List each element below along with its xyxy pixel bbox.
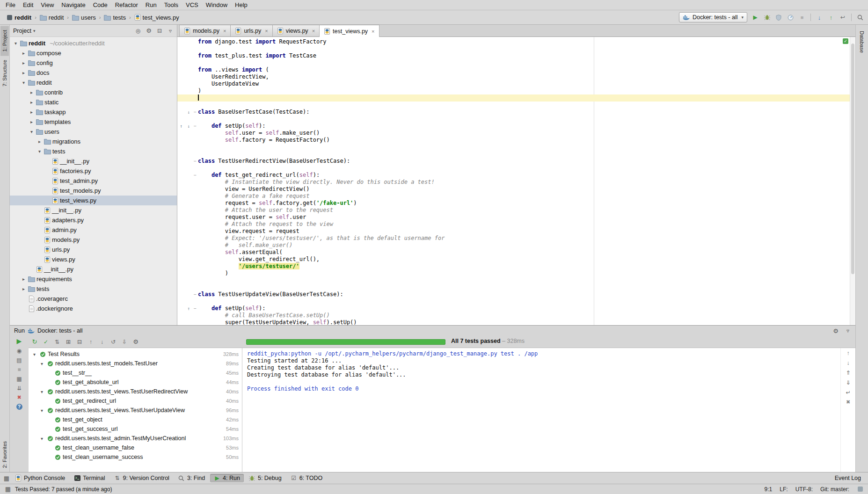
- code-line[interactable]: ↓−class BaseUserTestCase(TestCase):: [177, 109, 855, 116]
- tree-expand-icon[interactable]: ▾: [36, 149, 43, 154]
- overrides-marker-icon[interactable]: ↑: [185, 306, 192, 311]
- collapse-all-icon[interactable]: ⊟: [156, 28, 163, 34]
- test-tree-item-test-clean-username-false[interactable]: test_clean_username_false53ms: [29, 443, 242, 452]
- scroll-bottom-icon[interactable]: ↓: [845, 360, 852, 366]
- code-line[interactable]: # Attach the user to the request: [177, 207, 855, 214]
- project-tree-item-test-views-py[interactable]: test_views.py: [10, 196, 177, 205]
- up-stack-icon[interactable]: ⇑: [845, 370, 852, 376]
- history-icon[interactable]: ↺: [110, 339, 117, 345]
- project-tree-item-reddit[interactable]: ▾reddit~/cookiecutter/reddit: [10, 38, 177, 48]
- code-line[interactable]: [177, 151, 855, 158]
- project-tree-item-taskapp[interactable]: ▸taskapp: [10, 107, 177, 117]
- breadcrumb-reddit[interactable]: reddit: [5, 14, 33, 22]
- status-message[interactable]: Tests Passed: 7 passed (a minute ago): [15, 486, 112, 493]
- collapse-all-icon[interactable]: ⊟: [76, 339, 83, 345]
- project-tree-item-init-py[interactable]: __init__.py: [10, 205, 177, 215]
- project-tree-item-dockerignore[interactable]: .dockerignore: [10, 304, 177, 313]
- test-tree-item-test-results[interactable]: ▾Test Results328ms: [29, 349, 242, 359]
- scrollbar-thumb[interactable]: [851, 44, 854, 274]
- tree-expand-icon[interactable]: ▸: [36, 139, 43, 144]
- code-line[interactable]: [177, 102, 855, 109]
- project-tree-item-admin-py[interactable]: admin.py: [10, 225, 177, 235]
- code-line[interactable]: UserRedirectView,: [177, 73, 855, 80]
- code-line[interactable]: self.assertEqual(: [177, 249, 855, 256]
- tree-expand-icon[interactable]: ▾: [31, 352, 37, 357]
- code-line[interactable]: [177, 277, 855, 284]
- import-results-icon[interactable]: ⇩: [121, 339, 128, 345]
- test-tree-item-test-clean-username-success[interactable]: test_clean_username_success50ms: [29, 452, 242, 462]
- code-line[interactable]: UserUpdateView: [177, 80, 855, 87]
- test-tree-item-reddit-users-tests-test-views-testuserupdateview[interactable]: ▾reddit.users.tests.test_views.TestUserU…: [29, 406, 242, 415]
- run-icon[interactable]: ▶: [752, 15, 759, 20]
- test-tree-item-reddit-users-tests-test-admin-testmyusercreationl[interactable]: ▾reddit.users.tests.test_admin.TestMyUse…: [29, 434, 242, 443]
- fold-marker-icon[interactable]: −: [192, 123, 198, 130]
- code-line[interactable]: [177, 94, 855, 102]
- tree-expand-icon[interactable]: ▾: [13, 41, 19, 46]
- code-line[interactable]: view = UserRedirectView(): [177, 186, 855, 193]
- tool-stripe-database[interactable]: Database: [858, 27, 866, 57]
- git-branch-widget[interactable]: Git: master:: [820, 486, 849, 493]
- caret-position-widget[interactable]: 9:1: [765, 486, 773, 493]
- breadcrumb-reddit[interactable]: reddit: [38, 14, 66, 22]
- tree-expand-icon[interactable]: ▸: [29, 90, 35, 95]
- fold-marker-icon[interactable]: −: [192, 291, 198, 298]
- settings-gear-icon[interactable]: ⚙: [146, 28, 152, 34]
- toolwindow-button-6-todo[interactable]: ☑6: TODO: [287, 474, 327, 482]
- code-line[interactable]: [177, 165, 855, 172]
- code-line[interactable]: [177, 59, 855, 66]
- menu-run[interactable]: Run: [142, 1, 160, 9]
- snapshot-icon[interactable]: ▤: [16, 357, 22, 363]
- code-line[interactable]: ): [177, 87, 855, 94]
- hide-panel-icon[interactable]: ▿: [845, 328, 851, 334]
- code-line[interactable]: [177, 298, 855, 305]
- editor-tab-urls-py[interactable]: urls.py×: [230, 25, 272, 36]
- code-line[interactable]: self.factory = RequestFactory(): [177, 137, 855, 144]
- fold-marker-icon[interactable]: −: [192, 172, 198, 179]
- project-tree-item-contrib[interactable]: ▸contrib: [10, 87, 177, 97]
- tree-expand-icon[interactable]: ▾: [39, 389, 45, 394]
- menu-vcs[interactable]: VCS: [182, 1, 202, 9]
- test-tree-item-test-get-success-url[interactable]: test_get_success_url54ms: [29, 424, 242, 434]
- encoding-widget[interactable]: UTF-8:: [795, 486, 813, 493]
- sort-icon[interactable]: ⇅: [54, 339, 60, 345]
- scroll-top-icon[interactable]: ↑: [845, 350, 852, 356]
- code-line[interactable]: −class TestUserUpdateView(BaseUserTestCa…: [177, 291, 855, 298]
- editor-tab-views-py[interactable]: views.py×: [272, 25, 320, 36]
- line-ending-widget[interactable]: LF:: [780, 486, 788, 493]
- editor-tab-models-py[interactable]: models.py×: [179, 25, 231, 36]
- overrides-marker-icon[interactable]: ↑: [178, 124, 184, 129]
- tree-expand-icon[interactable]: ▸: [21, 51, 27, 56]
- toolwindow-switcher-icon[interactable]: ▦: [5, 486, 11, 492]
- code-line[interactable]: # call BaseUserTestCase.setUp(): [177, 312, 855, 319]
- vcs-update-icon[interactable]: ↓: [816, 15, 823, 21]
- menu-navigate[interactable]: Navigate: [58, 1, 89, 9]
- rerun-tests-icon[interactable]: ▶: [16, 338, 22, 344]
- rerun-failed-icon[interactable]: ↻: [31, 339, 38, 345]
- project-tree-item-test-models-py[interactable]: test_models.py: [10, 186, 177, 196]
- tree-expand-icon[interactable]: ▾: [29, 129, 35, 134]
- code-line[interactable]: # Instantiate the view directly. Never d…: [177, 179, 855, 186]
- menu-help[interactable]: Help: [231, 1, 251, 9]
- code-line[interactable]: request = self.factory.get('/fake-url'): [177, 200, 855, 207]
- project-tree-item-views-py[interactable]: views.py: [10, 254, 177, 264]
- project-tree-item-users[interactable]: ▾users: [10, 127, 177, 137]
- breadcrumb-test-views-py[interactable]: test_views.py: [133, 14, 181, 22]
- run-configuration-select[interactable]: Docker: tests - all ▾: [679, 12, 747, 22]
- project-tree-item-adapters-py[interactable]: adapters.py: [10, 215, 177, 225]
- test-tree-item-reddit-users-tests-test-views-testuserredirectview[interactable]: ▾reddit.users.tests.test_views.TestUserR…: [29, 387, 242, 396]
- breadcrumb-tests[interactable]: tests: [102, 14, 127, 22]
- tree-expand-icon[interactable]: ▸: [29, 109, 35, 115]
- code-line[interactable]: request.user = self.user: [177, 214, 855, 221]
- code-line[interactable]: from ..views import (: [177, 66, 855, 73]
- project-tree-item-reddit[interactable]: ▾reddit: [10, 78, 177, 87]
- test-tree-item-test-str[interactable]: test__str__45ms: [29, 368, 242, 378]
- test-tree-item-test-get-object[interactable]: test_get_object42ms: [29, 415, 242, 424]
- tree-expand-icon[interactable]: ▸: [21, 60, 27, 65]
- code-line[interactable]: '/users/testuser/': [177, 263, 855, 270]
- layout-icon[interactable]: ▦: [16, 376, 22, 382]
- project-tree-item-init-py[interactable]: __init__.py: [10, 264, 177, 274]
- project-tree-item-config[interactable]: ▸config: [10, 58, 177, 68]
- breadcrumb-users[interactable]: users: [71, 14, 97, 22]
- hide-panel-icon[interactable]: ▿: [167, 28, 174, 34]
- profiler-icon[interactable]: [787, 15, 794, 21]
